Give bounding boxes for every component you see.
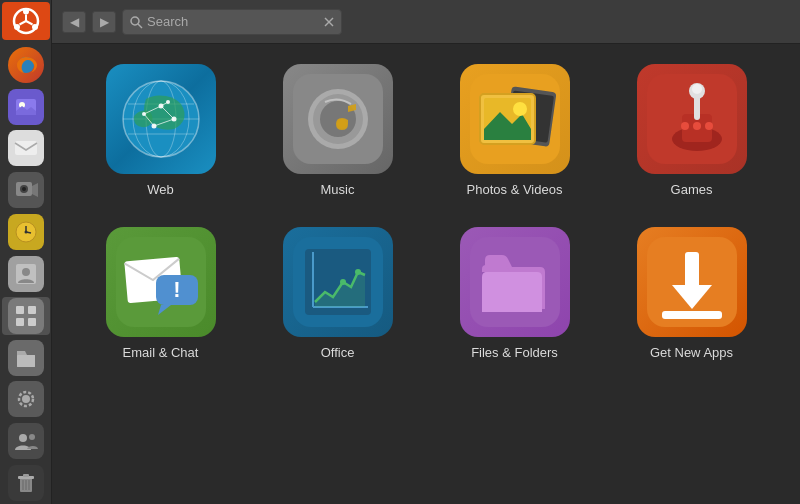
svg-point-76	[705, 122, 713, 130]
app-grid-container: Web Music	[52, 44, 800, 504]
svg-rect-32	[23, 474, 29, 477]
app-icon-web	[106, 64, 216, 174]
svg-point-28	[19, 434, 27, 442]
forward-button[interactable]: ▶	[92, 11, 116, 33]
svg-rect-25	[17, 355, 35, 367]
app-item-games[interactable]: Games	[622, 64, 762, 197]
svg-point-67	[513, 102, 527, 116]
app-icon-files	[460, 227, 570, 337]
app-label-games: Games	[671, 182, 713, 197]
app-icon-photos	[460, 64, 570, 174]
sidebar-item-photos[interactable]	[2, 88, 50, 126]
app-icon-office	[283, 227, 393, 337]
app-item-email[interactable]: ! Email & Chat	[91, 227, 231, 360]
svg-rect-21	[16, 306, 24, 314]
svg-rect-22	[28, 306, 36, 314]
svg-point-74	[681, 122, 689, 130]
sidebar-ubuntu-logo[interactable]	[2, 2, 50, 40]
search-input[interactable]	[147, 14, 319, 29]
svg-point-1	[23, 8, 29, 14]
app-label-office: Office	[321, 345, 355, 360]
sidebar-item-files[interactable]	[2, 339, 50, 377]
svg-point-2	[32, 24, 38, 30]
app-icon-games	[637, 64, 747, 174]
svg-point-18	[24, 231, 27, 234]
svg-point-20	[22, 268, 30, 276]
svg-rect-10	[15, 141, 37, 155]
sidebar-item-apps[interactable]	[2, 297, 50, 335]
sidebar-item-firefox[interactable]	[2, 46, 50, 84]
toolbar: ◀ ▶	[52, 0, 800, 44]
app-label-web: Web	[147, 182, 174, 197]
svg-point-75	[693, 122, 701, 130]
app-icon-get-new-apps	[637, 227, 747, 337]
sidebar-item-email[interactable]	[2, 129, 50, 167]
svg-point-3	[14, 24, 20, 30]
sidebar-item-webcam[interactable]	[2, 171, 50, 209]
svg-point-26	[22, 395, 30, 403]
app-item-office[interactable]: Office	[268, 227, 408, 360]
app-item-web[interactable]: Web	[91, 64, 231, 197]
app-label-photos: Photos & Videos	[467, 182, 563, 197]
app-label-get-new-apps: Get New Apps	[650, 345, 733, 360]
app-item-photos[interactable]: Photos & Videos	[445, 64, 585, 197]
back-button[interactable]: ◀	[62, 11, 86, 33]
app-label-files: Files & Folders	[471, 345, 558, 360]
svg-point-73	[692, 84, 702, 94]
search-icon	[129, 15, 143, 29]
app-icon-email: !	[106, 227, 216, 337]
svg-point-88	[355, 269, 361, 275]
svg-point-29	[29, 434, 35, 440]
sidebar-item-settings[interactable]	[2, 380, 50, 418]
sidebar-item-contacts[interactable]	[2, 255, 50, 293]
svg-line-6	[19, 21, 26, 25]
sidebar-item-trash[interactable]	[2, 464, 50, 502]
app-grid: Web Music	[82, 64, 770, 360]
app-item-files[interactable]: Files & Folders	[445, 227, 585, 360]
search-bar[interactable]	[122, 9, 342, 35]
app-item-music[interactable]: Music	[268, 64, 408, 197]
svg-marker-12	[32, 183, 38, 197]
main-content: ◀ ▶	[52, 0, 800, 504]
app-icon-music	[283, 64, 393, 174]
svg-text:!: !	[173, 277, 180, 302]
app-item-get-new-apps[interactable]: Get New Apps	[622, 227, 762, 360]
svg-line-37	[138, 24, 142, 28]
svg-point-36	[131, 17, 139, 25]
clear-icon[interactable]	[323, 16, 335, 28]
svg-rect-93	[662, 311, 722, 319]
svg-point-14	[22, 187, 26, 191]
sidebar-item-clock[interactable]	[2, 213, 50, 251]
app-label-email: Email & Chat	[123, 345, 199, 360]
svg-line-5	[26, 21, 33, 25]
svg-point-61	[337, 119, 347, 129]
app-label-music: Music	[321, 182, 355, 197]
sidebar	[0, 0, 52, 504]
svg-rect-91	[685, 252, 699, 290]
sidebar-item-users[interactable]	[2, 422, 50, 460]
svg-point-87	[340, 279, 346, 285]
svg-rect-24	[28, 318, 36, 326]
svg-rect-23	[16, 318, 24, 326]
